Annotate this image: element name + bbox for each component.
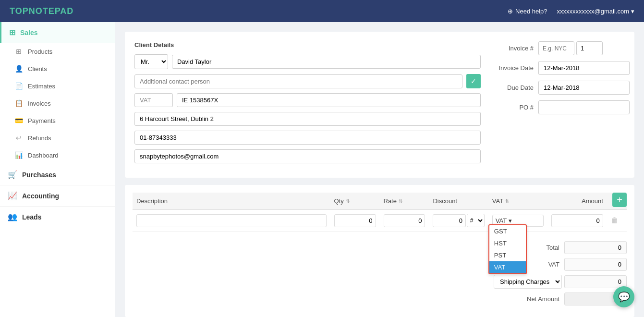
- client-section: Client Details Mr. Mrs. Ms. Dr. ✓: [134, 41, 481, 168]
- accounting-icon: 📈: [8, 191, 17, 200]
- dashboard-icon: 📊: [14, 151, 23, 159]
- address-row: [134, 112, 481, 126]
- sidebar-item-estimates[interactable]: 📄 Estimates: [0, 77, 115, 95]
- vat-option-pst[interactable]: PST: [489, 249, 526, 261]
- delete-cell: 🗑: [607, 210, 627, 232]
- shipping-value-input[interactable]: [564, 275, 627, 288]
- items-table-section: + Description Qty ⇅ Rate: [125, 185, 634, 317]
- sidebar-item-label-dashboard: Dashboard: [28, 152, 59, 159]
- due-date-input[interactable]: [538, 81, 630, 95]
- invoice-number-row: Invoice #: [490, 41, 625, 55]
- sidebar-item-label-payments: Payments: [28, 117, 56, 124]
- rate-cell: [380, 210, 429, 232]
- chat-icon: 💬: [618, 291, 630, 303]
- contact-check-button[interactable]: ✓: [466, 74, 481, 88]
- net-amount-row: Net Amount: [502, 293, 627, 305]
- po-input[interactable]: [538, 100, 630, 114]
- desc-input[interactable]: [136, 214, 327, 227]
- invoice-date-row: Invoice Date: [490, 61, 625, 75]
- logo-top: Top: [10, 6, 29, 16]
- vat-total-value-input: [564, 258, 627, 271]
- vat-option-vat[interactable]: VAT: [489, 261, 526, 273]
- sidebar-item-label-refunds: Refunds: [28, 134, 51, 142]
- sidebar-item-payments[interactable]: 💳 Payments: [0, 112, 115, 129]
- topbar: TopNotepad ⊕ Need help? xxxxxxxxxxxx@gma…: [0, 0, 644, 22]
- amount-input[interactable]: [551, 214, 603, 227]
- sidebar-section-accounting[interactable]: 📈 Accounting: [0, 185, 115, 206]
- help-label: Need help?: [515, 8, 547, 15]
- items-table: Description Qty ⇅ Rate ⇅: [133, 193, 627, 232]
- help-icon: ⊕: [508, 8, 513, 15]
- phone-input[interactable]: [134, 131, 481, 145]
- email-input[interactable]: [134, 149, 481, 163]
- invoice-section: Invoice # Invoice Date Due Date: [490, 41, 625, 168]
- sidebar-item-invoices[interactable]: 📋 Invoices: [0, 95, 115, 112]
- email-row: [134, 149, 481, 163]
- desc-cell: [133, 210, 330, 232]
- due-date-row: Due Date: [490, 81, 625, 95]
- vat-label-input[interactable]: [134, 93, 173, 107]
- sidebar-section-leads[interactable]: 👥 Leads: [0, 206, 115, 227]
- add-row-button[interactable]: +: [612, 193, 627, 207]
- delete-row-button[interactable]: 🗑: [611, 216, 619, 224]
- qty-input[interactable]: [334, 214, 376, 227]
- discount-type-select[interactable]: # %: [467, 214, 485, 227]
- qty-sort-icon[interactable]: ⇅: [346, 198, 350, 204]
- sidebar-item-clients[interactable]: 👤 Clients: [0, 60, 115, 77]
- col-discount: Discount: [429, 193, 488, 210]
- user-menu[interactable]: xxxxxxxxxxxx@gmail.com ▾: [557, 8, 634, 15]
- logo-notepad: Notepad: [29, 6, 74, 16]
- sidebar-item-label-products: Products: [28, 48, 52, 55]
- client-name-input[interactable]: [172, 55, 481, 69]
- invoice-prefix-input[interactable]: [538, 41, 574, 55]
- address-input[interactable]: [134, 112, 481, 126]
- vat-option-hst[interactable]: HST: [489, 237, 526, 249]
- vat-option-gst[interactable]: GST: [489, 225, 526, 237]
- layout: ⊞ Sales ⊞ Products 👤 Clients 📄 Estimates…: [0, 22, 644, 317]
- sidebar-item-label-clients: Clients: [28, 65, 47, 73]
- sidebar-section-label-purchases: Purchases: [22, 171, 56, 179]
- invoice-date-input[interactable]: [538, 61, 630, 75]
- refunds-icon: ↩: [14, 134, 23, 142]
- due-date-label: Due Date: [490, 84, 534, 91]
- sidebar: ⊞ Sales ⊞ Products 👤 Clients 📄 Estimates…: [0, 22, 115, 317]
- sidebar-sales[interactable]: ⊞ Sales: [0, 22, 115, 43]
- salutation-select[interactable]: Mr. Mrs. Ms. Dr.: [134, 54, 168, 69]
- contact-person-row: ✓: [134, 74, 481, 88]
- invoices-icon: 📋: [14, 99, 23, 107]
- payments-icon: 💳: [14, 117, 23, 124]
- contact-person-input[interactable]: [134, 74, 462, 88]
- invoice-date-label: Invoice Date: [490, 64, 534, 72]
- invoice-number-input[interactable]: [576, 41, 603, 55]
- vat-sort-icon[interactable]: ⇅: [505, 198, 509, 204]
- sidebar-item-dashboard[interactable]: 📊 Dashboard: [0, 146, 115, 164]
- net-amount-label: Net Amount: [502, 295, 559, 303]
- chat-bubble-button[interactable]: 💬: [613, 286, 634, 307]
- vat-dropdown-arrow: ▾: [509, 217, 512, 224]
- products-icon: ⊞: [14, 48, 23, 55]
- main-content: Client Details Mr. Mrs. Ms. Dr. ✓: [115, 22, 644, 317]
- total-value-input: [564, 241, 627, 254]
- sidebar-item-label-estimates: Estimates: [28, 83, 55, 90]
- discount-input[interactable]: [433, 214, 465, 227]
- sidebar-item-refunds[interactable]: ↩ Refunds: [0, 129, 115, 146]
- sidebar-sales-label: Sales: [20, 29, 38, 37]
- rate-sort-icon[interactable]: ⇅: [399, 198, 402, 204]
- sidebar-section-label-leads: Leads: [22, 213, 41, 221]
- topbar-right: ⊕ Need help? xxxxxxxxxxxx@gmail.com ▾: [508, 8, 634, 15]
- sidebar-item-products[interactable]: ⊞ Products: [0, 43, 115, 60]
- totals-section: Total VAT Shipping Charges ▾ Net Amount: [133, 236, 627, 309]
- help-link[interactable]: ⊕ Need help?: [508, 8, 547, 15]
- qty-cell: [330, 210, 380, 232]
- user-email: xxxxxxxxxxxx@gmail.com: [557, 8, 629, 15]
- client-invoice-card: Client Details Mr. Mrs. Ms. Dr. ✓: [125, 32, 634, 178]
- app-logo: TopNotepad: [10, 6, 73, 16]
- shipping-dropdown-icon: ▾: [557, 279, 559, 284]
- rate-input[interactable]: [384, 214, 425, 227]
- vat-number-input[interactable]: [177, 93, 481, 107]
- vat-dropdown: GST HST PST VAT: [488, 224, 527, 274]
- amount-cell: [547, 210, 607, 232]
- shipping-select[interactable]: Shipping Charges: [494, 275, 562, 289]
- sidebar-section-purchases[interactable]: 🛒 Purchases: [0, 164, 115, 185]
- po-row: PO #: [490, 100, 625, 114]
